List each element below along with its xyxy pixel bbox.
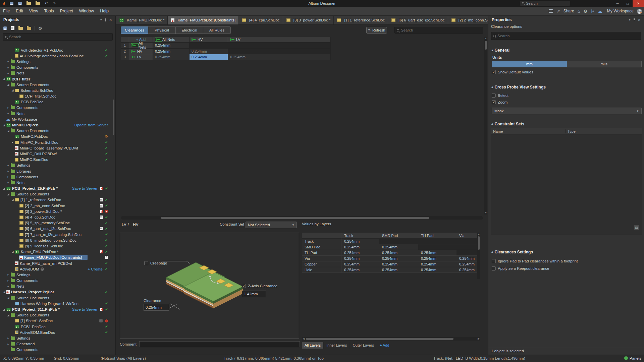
- expanded-arrow-icon[interactable]: ◢: [6, 296, 10, 299]
- pin-icon[interactable]: [634, 18, 635, 21]
- tree-item-body[interactable]: Source Documents: [10, 313, 50, 317]
- tree-item[interactable]: [7] 7_can_rc_i2c_analog.SchDoc✓: [0, 232, 115, 237]
- collapsed-arrow-icon[interactable]: ▸: [6, 60, 10, 63]
- constraint-set-dropdown[interactable]: Not Selected ▼: [246, 222, 297, 228]
- clearance-value-cell[interactable]: 0.254mm: [190, 49, 228, 55]
- clearance-value-cell[interactable]: [228, 43, 267, 49]
- tree-item-body[interactable]: [9] 9_licenses.SchDoc: [19, 244, 64, 248]
- tree-item[interactable]: ▸Nets: [0, 70, 115, 76]
- tree-item[interactable]: ▸Libraries: [0, 168, 115, 174]
- panel-close-icon[interactable]: ✕: [109, 18, 112, 22]
- tree-item-body[interactable]: Harness Wiring Diagram1.WirDoc: [14, 301, 79, 306]
- ignore-pad-to-pad-checkbox[interactable]: [492, 259, 496, 263]
- tree-item[interactable]: ▸Components: [0, 105, 115, 111]
- values-vertical-scrollbar[interactable]: ▲: [477, 233, 480, 279]
- tree-item[interactable]: Kame_FMU.PcbDoc [Constraints]: [0, 255, 115, 260]
- tree-item[interactable]: MiniPC_Drill.PCBDwf✓: [0, 151, 115, 157]
- doc-tab-0[interactable]: Kame_FMU.PcbDoc *: [116, 16, 168, 24]
- projects-search[interactable]: [3, 33, 113, 41]
- tree-item-body[interactable]: Schematic.SchDoc: [14, 88, 54, 93]
- tree-item-body[interactable]: Settings: [10, 163, 32, 168]
- tree-item-body[interactable]: PCB1.PcbDoc: [14, 324, 47, 329]
- tree-item-body[interactable]: [7] 7_can_rc_i2c_analog.SchDoc: [19, 232, 83, 237]
- tree-item[interactable]: ◢[1] 1_reference.SchDoc✓: [0, 197, 115, 203]
- tree-item-body[interactable]: Kame_FMU.PcbDoc [Constraints]: [19, 255, 88, 260]
- doc-tab-2[interactable]: [4] 4_cpu.SchDoc: [239, 16, 283, 24]
- save-project-icon[interactable]: [3, 26, 7, 30]
- tree-item[interactable]: Harness Wiring Diagram1.WirDoc✓: [0, 301, 115, 306]
- section-clearances-settings[interactable]: ◢ Clearances Settings: [491, 250, 533, 254]
- tree-item-body[interactable]: Kame_FMU.PcbDoc *: [14, 249, 59, 254]
- values-cell[interactable]: 0.254mm: [379, 244, 418, 250]
- expanded-arrow-icon[interactable]: ◢: [11, 89, 14, 92]
- menu-edit[interactable]: Edit: [13, 9, 26, 13]
- tree-item[interactable]: ActiveBOM?+ Create✓: [0, 266, 115, 272]
- select-option[interactable]: Select: [492, 94, 508, 98]
- tree-item[interactable]: ▸Settings: [0, 59, 115, 64]
- tree-item-body[interactable]: Nets: [10, 180, 25, 185]
- refresh-button[interactable]: ⇅ Refresh: [366, 27, 387, 34]
- values-cell[interactable]: 0.254mm: [341, 267, 379, 273]
- project-options-gear-icon[interactable]: ⚙: [38, 26, 42, 31]
- tree-item-body[interactable]: 1CH_filter.SchDoc: [19, 94, 57, 99]
- tree-item[interactable]: ◢Source Documents: [0, 295, 115, 301]
- clearance-value-cell[interactable]: [228, 49, 267, 55]
- tree-item-link[interactable]: Update from Server: [74, 123, 108, 127]
- tree-item[interactable]: ▸Nets: [0, 180, 115, 185]
- matrix-row-name[interactable]: HV: [129, 49, 153, 55]
- tree-item[interactable]: [3] 3_power.SchDoc *: [0, 208, 115, 214]
- units-mm-button[interactable]: mm: [492, 61, 567, 67]
- values-cell[interactable]: 0.254mm: [341, 261, 379, 267]
- zaxis-clearance-option[interactable]: ✓ Z-Axis Clearance: [242, 284, 277, 288]
- rule-tab-electrical[interactable]: Electrical: [176, 26, 203, 34]
- tree-item-body[interactable]: [4] 4_cpu.SchDoc: [19, 215, 56, 220]
- values-cell[interactable]: [457, 244, 480, 250]
- tree-item-body[interactable]: ☁My Workspace: [6, 116, 38, 122]
- tree-item[interactable]: [5] 5_spi_memory.SchDoc✓: [0, 220, 115, 226]
- tree-item-body[interactable]: Volt-detector-V1.PcbDoc: [14, 48, 64, 53]
- tree-item-link[interactable]: Save to Server: [72, 186, 98, 190]
- collapsed-arrow-icon[interactable]: ▸: [6, 72, 10, 75]
- collapsed-arrow-icon[interactable]: ▸: [6, 66, 10, 69]
- expanded-arrow-icon[interactable]: ◢: [6, 83, 10, 86]
- panel-dropdown-icon[interactable]: ▾: [100, 18, 102, 21]
- values-cell[interactable]: [457, 239, 480, 244]
- expanded-arrow-icon[interactable]: ◢: [6, 129, 10, 132]
- values-cell[interactable]: 0.254mm: [418, 256, 457, 261]
- collapsed-arrow-icon[interactable]: ▸: [6, 170, 10, 173]
- section-constraint-sets[interactable]: ◢ Constraint Sets: [491, 122, 524, 126]
- collapsed-arrow-icon[interactable]: ▸: [6, 285, 10, 288]
- clearance-input[interactable]: [144, 304, 169, 311]
- tree-item[interactable]: ▸Settings: [0, 335, 115, 341]
- tree-item[interactable]: ▸Components: [0, 174, 115, 180]
- doc-tab-3[interactable]: [3] 3_power.SchDoc *: [283, 16, 334, 24]
- tree-item[interactable]: ◢MiniPC.PrjPcbUpdate from Server: [0, 122, 115, 128]
- doc-tab-1[interactable]: Kame_FMU.PcbDoc [Constraints]: [168, 16, 239, 24]
- tree-item[interactable]: MiniPC.PcbDoc⟳: [0, 134, 115, 139]
- section-general[interactable]: ◢ General: [491, 48, 509, 53]
- tree-item-body[interactable]: MiniPC_Func.SchDoc: [14, 140, 59, 145]
- tree-item[interactable]: ▸Settings: [0, 163, 115, 168]
- tree-item[interactable]: ◢Source Documents: [0, 191, 115, 197]
- doc-tab-5[interactable]: [6] 6_uart_esc_i2c.SchDoc: [388, 16, 448, 24]
- collapsed-arrow-icon[interactable]: ▸: [6, 181, 10, 184]
- clearance-value-cell[interactable]: 0.254mm: [153, 54, 190, 60]
- collapsed-arrow-icon[interactable]: ▸: [11, 141, 14, 144]
- values-cell[interactable]: 0.254mm: [379, 261, 418, 267]
- comment-input[interactable]: [139, 341, 300, 347]
- titlebar-search[interactable]: Search: [520, 1, 570, 6]
- expanded-arrow-icon[interactable]: ◢: [2, 291, 6, 294]
- cset-action-button[interactable]: ▤: [634, 225, 639, 230]
- tree-item-body[interactable]: MiniPC.PcbDoc: [14, 134, 49, 139]
- zaxis-clearance-input[interactable]: [242, 291, 266, 297]
- flag-icon[interactable]: ⚐: [591, 9, 595, 14]
- tree-item[interactable]: Volt-detector-V1.PcbDoc✓: [0, 47, 115, 53]
- values-cell[interactable]: 0.254mm: [379, 267, 418, 273]
- tree-item-body[interactable]: 2CH_filter: [6, 77, 31, 81]
- show-default-values-option[interactable]: ✓ Show Default Values: [492, 70, 533, 74]
- tree-item-body[interactable]: [5] 5_spi_memory.SchDoc: [19, 221, 71, 225]
- tree-item[interactable]: MiniPC_board_assembly.PCBDwf✓: [0, 145, 115, 151]
- rule-tab-clearances[interactable]: Clearances: [121, 26, 148, 34]
- add-layer-tab-button[interactable]: + Add: [377, 343, 392, 347]
- collapsed-arrow-icon[interactable]: ▸: [6, 273, 10, 276]
